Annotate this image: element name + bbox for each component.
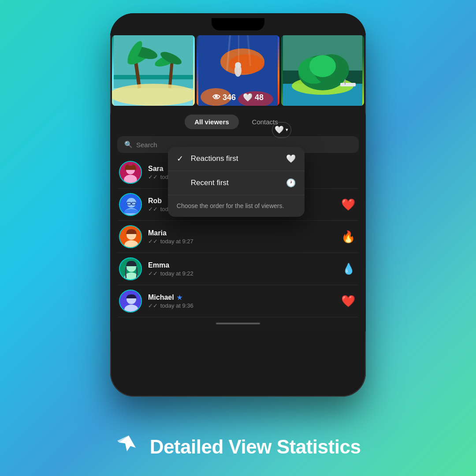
telegram-logo-icon — [115, 434, 142, 460]
viewer-item-emma[interactable]: Emma ✓✓ today at 9:22 💧 — [117, 253, 359, 285]
viewer-info-michael: Michael ★ ✓✓ today at 9:36 — [148, 294, 357, 309]
clock-icon: 🕐 — [286, 178, 296, 188]
double-check-icon-rob: ✓✓ — [148, 206, 158, 212]
svg-point-30 — [309, 55, 336, 77]
phone-notch — [212, 18, 264, 30]
recent-first-option[interactable]: ✓ Recent first 🕐 — [168, 171, 305, 195]
search-icon: 🔍 — [124, 141, 133, 149]
viewer-time-maria: ✓✓ today at 9:27 — [148, 238, 357, 245]
avatar-maria — [119, 225, 142, 248]
checkmark-icon: ✓ — [177, 154, 186, 164]
empty-check-space: ✓ — [177, 178, 186, 188]
eye-icon: 👁 — [212, 93, 220, 102]
reactions-first-label: Reactions first — [191, 154, 286, 163]
footer-section: Detailed View Statistics — [0, 434, 476, 460]
double-check-icon-emma: ✓✓ — [148, 270, 158, 277]
footer-title: Detailed View Statistics — [150, 436, 361, 458]
viewer-time-emma: ✓✓ today at 9:22 — [148, 270, 357, 277]
reaction-heart-icon: 🤍 — [286, 154, 296, 164]
viewer-info-maria: Maria ✓✓ today at 9:27 — [148, 229, 357, 245]
tab-all-viewers[interactable]: All viewers — [185, 115, 238, 129]
avatar-michael — [119, 290, 142, 312]
viewer-name-maria: Maria — [148, 229, 357, 237]
viewer-item-michael[interactable]: Michael ★ ✓✓ today at 9:36 ❤️ — [117, 285, 359, 317]
avatar-sara-face — [120, 162, 141, 183]
viewer-name-emma: Emma — [148, 261, 357, 269]
search-placeholder: Search — [136, 141, 157, 149]
reaction-emma: 💧 — [342, 263, 355, 275]
likes-stat: 🤍 48 — [243, 93, 264, 102]
views-stat: 👁 346 — [212, 93, 236, 102]
sort-dropdown-menu: ✓ Reactions first 🤍 ✓ Recent first 🕐 Cho… — [168, 147, 305, 217]
viewer-info-emma: Emma ✓✓ today at 9:22 — [148, 261, 357, 277]
home-indicator — [216, 323, 260, 324]
ocean-stats: 👁 346 🤍 48 — [197, 93, 279, 102]
premium-star-icon: ★ — [177, 294, 182, 301]
reactions-first-option[interactable]: ✓ Reactions first 🤍 — [168, 147, 305, 171]
reaction-michael: ❤️ — [341, 294, 355, 308]
svg-point-37 — [126, 198, 136, 208]
double-check-icon-michael: ✓✓ — [148, 302, 158, 309]
double-check-icon-sara: ✓✓ — [148, 174, 158, 180]
svg-rect-31 — [340, 83, 356, 86]
reaction-maria: 🔥 — [341, 230, 355, 244]
recent-first-label: Recent first — [191, 178, 286, 187]
dropdown-tooltip-text: Choose the order for the list of viewers… — [168, 195, 305, 217]
svg-point-17 — [229, 54, 264, 74]
media-thumb-island — [281, 35, 364, 106]
phone-mockup: 👁 346 🤍 48 — [110, 13, 366, 397]
double-check-icon-maria: ✓✓ — [148, 238, 158, 245]
avatar-sara — [119, 161, 142, 184]
viewer-name-michael: Michael ★ — [148, 294, 357, 301]
chevron-down-icon: ▾ — [286, 127, 288, 133]
views-count: 346 — [223, 93, 236, 102]
sort-button[interactable]: 🤍 ▾ — [272, 122, 291, 138]
reaction-rob: ❤️ — [341, 198, 355, 212]
media-thumb-ocean: 👁 346 🤍 48 — [197, 35, 279, 106]
heart-icon: 🤍 — [243, 93, 253, 102]
avatar-emma — [119, 257, 142, 280]
main-panel: All viewers Contacts 🤍 ▾ ✓ Reactions fir… — [110, 108, 366, 331]
svg-rect-32 — [345, 79, 346, 85]
viewer-time-michael: ✓✓ today at 9:36 — [148, 302, 357, 309]
media-thumbnails-row: 👁 346 🤍 48 — [110, 35, 366, 106]
filter-tabs: All viewers Contacts 🤍 ▾ ✓ Reactions fir… — [117, 115, 359, 129]
viewer-item-maria[interactable]: Maria ✓✓ today at 9:27 🔥 — [117, 221, 359, 253]
heart-outline-icon: 🤍 — [275, 125, 284, 134]
phone-status-bar — [110, 13, 366, 35]
svg-rect-21 — [238, 35, 239, 75]
svg-point-11 — [112, 84, 195, 106]
page-wrapper: 👁 346 🤍 48 — [0, 0, 476, 476]
media-thumb-beach — [112, 35, 195, 106]
likes-count: 48 — [255, 93, 264, 102]
avatar-rob — [119, 193, 142, 216]
